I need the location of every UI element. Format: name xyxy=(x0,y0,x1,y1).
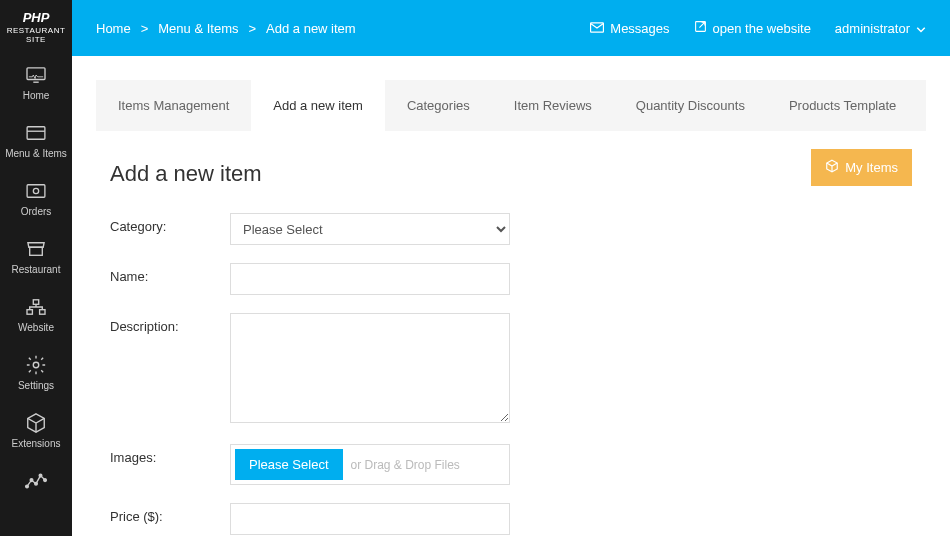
my-items-label: My Items xyxy=(845,160,898,175)
open-website-label: open the website xyxy=(713,21,811,36)
breadcrumb-sep: > xyxy=(248,21,256,36)
svg-rect-1 xyxy=(27,127,45,139)
chevron-down-icon xyxy=(916,21,926,36)
file-drop-area[interactable]: Please Select or Drag & Drop Files xyxy=(230,444,510,485)
user-label: administrator xyxy=(835,21,910,36)
svg-rect-7 xyxy=(27,309,32,314)
messages-label: Messages xyxy=(610,21,669,36)
cube-icon xyxy=(25,414,47,432)
tab-items-management[interactable]: Items Management xyxy=(96,80,251,131)
sidebar-item-label: Orders xyxy=(21,206,52,218)
svg-point-9 xyxy=(33,362,39,368)
form-row-category: Category: Please Select xyxy=(110,213,912,245)
sidebar-item-label: Settings xyxy=(18,380,54,392)
svg-point-11 xyxy=(30,479,33,482)
my-items-button[interactable]: My Items xyxy=(811,149,912,186)
page-body: My Items Add a new item Category: Please… xyxy=(96,131,926,536)
breadcrumb-menu-items[interactable]: Menu & Items xyxy=(158,21,238,36)
svg-rect-3 xyxy=(27,185,45,197)
gear-icon xyxy=(25,356,47,374)
form-row-price: Price ($): xyxy=(110,503,912,535)
sidebar-item-stats[interactable] xyxy=(0,461,72,507)
monitor-icon xyxy=(25,66,47,84)
store-icon xyxy=(25,240,47,258)
sidebar-item-website[interactable]: Website xyxy=(0,287,72,345)
svg-point-13 xyxy=(39,474,42,477)
svg-point-10 xyxy=(26,485,29,488)
breadcrumb-home[interactable]: Home xyxy=(96,21,131,36)
sidebar-item-label: Restaurant xyxy=(12,264,61,276)
cube-icon xyxy=(825,159,839,176)
card-icon xyxy=(25,124,47,142)
logo-subtitle: RESTAURANT SITE xyxy=(4,26,68,45)
sidebar-item-label: Website xyxy=(18,322,54,334)
breadcrumb-current[interactable]: Add a new item xyxy=(266,21,356,36)
description-textarea[interactable] xyxy=(230,313,510,423)
breadcrumb-sep: > xyxy=(141,21,149,36)
category-select[interactable]: Please Select xyxy=(230,213,510,245)
tab-item-reviews[interactable]: Item Reviews xyxy=(492,80,614,131)
images-label: Images: xyxy=(110,444,230,465)
sidebar-item-label: Extensions xyxy=(12,438,61,450)
form-row-images: Images: Please Select or Drag & Drop Fil… xyxy=(110,444,912,485)
money-icon xyxy=(25,182,47,200)
svg-rect-0 xyxy=(27,68,45,80)
file-select-button[interactable]: Please Select xyxy=(235,449,343,480)
breadcrumb: Home > Menu & Items > Add a new item xyxy=(96,21,356,36)
svg-rect-8 xyxy=(40,309,45,314)
svg-point-12 xyxy=(35,482,38,485)
sidebar-item-label: Menu & Items xyxy=(5,148,67,160)
price-label: Price ($): xyxy=(110,503,230,524)
user-menu[interactable]: administrator xyxy=(835,21,926,36)
tab-add-new-item[interactable]: Add a new item xyxy=(251,80,385,131)
form-row-description: Description: xyxy=(110,313,912,426)
svg-point-4 xyxy=(33,188,38,193)
svg-rect-5 xyxy=(30,247,43,255)
name-input[interactable] xyxy=(230,263,510,295)
content: Items Management Add a new item Categori… xyxy=(72,56,950,536)
tab-products-template[interactable]: Products Template xyxy=(767,80,918,131)
sidebar-item-home[interactable]: Home xyxy=(0,55,72,113)
file-hint: or Drag & Drop Files xyxy=(351,458,460,472)
external-icon xyxy=(694,20,707,36)
sidebar-item-restaurant[interactable]: Restaurant xyxy=(0,229,72,287)
price-input[interactable] xyxy=(230,503,510,535)
svg-rect-6 xyxy=(33,300,38,305)
category-label: Category: xyxy=(110,213,230,234)
tabs: Items Management Add a new item Categori… xyxy=(96,80,926,131)
sidebar-item-extensions[interactable]: Extensions xyxy=(0,403,72,461)
name-label: Name: xyxy=(110,263,230,284)
logo-title: PHP xyxy=(4,10,68,26)
sidebar-item-menu-items[interactable]: Menu & Items xyxy=(0,113,72,171)
open-website-link[interactable]: open the website xyxy=(694,20,811,36)
logo: PHP RESTAURANT SITE xyxy=(0,0,72,55)
sidebar-item-orders[interactable]: Orders xyxy=(0,171,72,229)
topbar-right: Messages open the website administrator xyxy=(590,20,926,36)
sitemap-icon xyxy=(25,298,47,316)
tab-quantity-discounts[interactable]: Quantity Discounts xyxy=(614,80,767,131)
description-label: Description: xyxy=(110,313,230,334)
sidebar-item-settings[interactable]: Settings xyxy=(0,345,72,403)
sidebar: PHP RESTAURANT SITE Home Menu & Items Or… xyxy=(0,0,72,536)
mail-icon xyxy=(590,21,604,36)
tab-categories[interactable]: Categories xyxy=(385,80,492,131)
topbar: Home > Menu & Items > Add a new item Mes… xyxy=(72,0,950,56)
chart-icon xyxy=(25,472,47,490)
page-title: Add a new item xyxy=(110,161,912,187)
sidebar-item-label: Home xyxy=(23,90,50,102)
messages-link[interactable]: Messages xyxy=(590,21,669,36)
svg-point-14 xyxy=(44,479,47,482)
form-row-name: Name: xyxy=(110,263,912,295)
